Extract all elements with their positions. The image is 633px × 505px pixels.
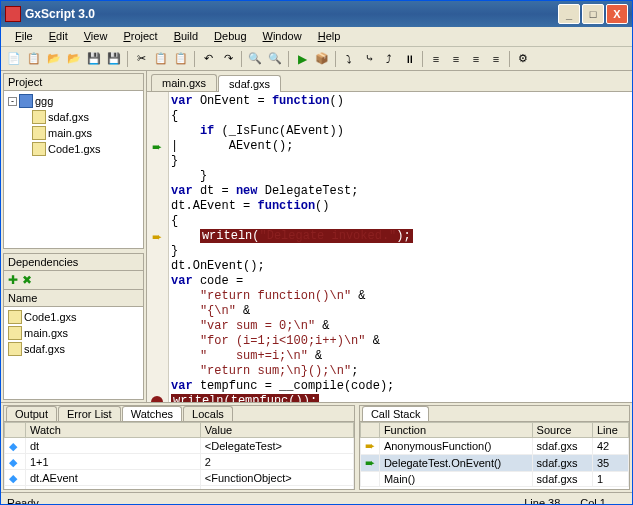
line-hdr: Line [592,423,628,438]
undo-icon[interactable]: ↶ [199,50,217,68]
find-icon[interactable]: 🔍 [246,50,264,68]
save-icon[interactable]: 💾 [85,50,103,68]
file-icon [8,310,22,324]
tree-file[interactable]: main.gxs [6,125,141,141]
cut-icon[interactable]: ✂ [132,50,150,68]
stack-row[interactable]: ➨AnonymousFunction()sdaf.gxs42 [360,438,628,455]
watch-row[interactable]: ◆dt.AEvent<FunctionObject> [5,470,354,486]
func-hdr: Function [379,423,532,438]
dep-list[interactable]: Code1.gxs main.gxs sdaf.gxs [4,307,143,399]
menu-view[interactable]: View [76,29,116,44]
copy-icon[interactable]: 📋 [152,50,170,68]
separator [127,51,128,67]
app-icon [5,6,21,22]
outdent-icon[interactable]: ≡ [447,50,465,68]
menu-edit[interactable]: Edit [41,29,76,44]
close-button[interactable]: X [606,4,628,24]
redo-icon[interactable]: ↷ [219,50,237,68]
step-into-icon[interactable]: ⤷ [360,50,378,68]
new-file-icon[interactable]: 📄 [5,50,23,68]
new-project-icon[interactable]: 📋 [25,50,43,68]
watch-row[interactable]: ◆dt<DelegateTest> [5,438,354,454]
status-line: Line 38 [524,497,560,506]
open2-icon[interactable]: 📂 [65,50,83,68]
status-ready: Ready [7,497,39,506]
watch-hdr: Watch [26,423,201,438]
open-icon[interactable]: 📂 [45,50,63,68]
uncomment-icon[interactable]: ≡ [487,50,505,68]
dep-panel-title: Dependencies [4,254,143,271]
expand-icon[interactable]: - [8,97,17,106]
tab-callstack[interactable]: Call Stack [362,406,430,421]
tab-output[interactable]: Output [6,406,57,421]
paste-icon[interactable]: 📋 [172,50,190,68]
dep-item[interactable]: main.gxs [6,325,141,341]
tree-root[interactable]: - ggg [6,93,141,109]
exec-pointer-icon: ➨ [149,229,165,244]
maximize-button[interactable]: □ [582,4,604,24]
stop-icon[interactable]: ⏸ [400,50,418,68]
add-dep-icon[interactable]: ✚ [8,273,18,287]
step-over-icon[interactable]: ⤵ [340,50,358,68]
menu-window[interactable]: Window [255,29,310,44]
tab-watches[interactable]: Watches [122,406,182,421]
stack-row[interactable]: Main()sdaf.gxs1 [360,472,628,487]
indent-icon[interactable]: ≡ [427,50,445,68]
menubar: File Edit View Project Build Debug Windo… [1,27,632,47]
statusbar: Ready Line 38 Col 1 [1,492,632,505]
step-out-icon[interactable]: ⤴ [380,50,398,68]
menu-build[interactable]: Build [166,29,206,44]
dep-item[interactable]: sdaf.gxs [6,341,141,357]
file-icon [32,126,46,140]
comment-icon[interactable]: ≡ [467,50,485,68]
minimize-button[interactable]: _ [558,4,580,24]
save-all-icon[interactable]: 💾 [105,50,123,68]
separator [288,51,289,67]
watches-panel: Output Error List Watches Locals WatchVa… [3,405,355,490]
project-tree[interactable]: - ggg sdaf.gxs main.gxs Code1.gxs [4,91,143,248]
value-hdr: Value [200,423,353,438]
file-icon [32,142,46,156]
options-icon[interactable]: ⚙ [514,50,532,68]
dep-name-header: Name [4,290,143,307]
watch-row[interactable]: ◆1+12 [5,454,354,470]
separator [509,51,510,67]
menu-debug[interactable]: Debug [206,29,254,44]
tab-locals[interactable]: Locals [183,406,233,421]
tab-sdaf[interactable]: sdaf.gxs [218,75,281,92]
callstack-panel: Call Stack FunctionSourceLine ➨Anonymous… [359,405,630,490]
file-icon [8,326,22,340]
separator [335,51,336,67]
tab-errorlist[interactable]: Error List [58,406,121,421]
tree-file[interactable]: sdaf.gxs [6,109,141,125]
editor-tabs: main.gxs sdaf.gxs [147,71,632,92]
build-icon[interactable]: 📦 [313,50,331,68]
menu-file[interactable]: File [7,29,41,44]
folder-icon [19,94,33,108]
code-editor[interactable]: ➨ ➨ var OnEvent = function() { if (_IsFu… [147,92,632,402]
breakpoint-icon[interactable] [149,394,165,402]
toolbar: 📄 📋 📂 📂 💾 💾 ✂ 📋 📋 ↶ ↷ 🔍 🔍 ▶ 📦 ⤵ ⤷ ⤴ ⏸ ≡ … [1,47,632,71]
frame-icon: ➨ [365,456,375,470]
gutter[interactable]: ➨ ➨ [147,92,169,402]
diamond-icon: ◆ [9,472,21,484]
stack-row[interactable]: ➨DelegateTest.OnEvent()sdaf.gxs35 [360,455,628,472]
dep-toolbar: ✚ ✖ [4,271,143,290]
callstack-grid[interactable]: FunctionSourceLine ➨AnonymousFunction()s… [360,422,629,487]
left-pane: Project - ggg sdaf.gxs main.gxs Code1.gx… [1,71,147,402]
run-icon[interactable]: ▶ [293,50,311,68]
menu-project[interactable]: Project [115,29,165,44]
menu-help[interactable]: Help [310,29,349,44]
tree-file[interactable]: Code1.gxs [6,141,141,157]
del-dep-icon[interactable]: ✖ [22,273,32,287]
dep-item[interactable]: Code1.gxs [6,309,141,325]
current-line-icon: ➨ [149,139,165,154]
watch-add-row[interactable]: <Add New Watch...> [5,486,354,490]
findnext-icon[interactable]: 🔍 [266,50,284,68]
src-hdr: Source [532,423,592,438]
separator [241,51,242,67]
titlebar: GxScript 3.0 _ □ X [1,1,632,27]
watches-grid[interactable]: WatchValue ◆dt<DelegateTest> ◆1+12 ◆dt.A… [4,422,354,490]
window-title: GxScript 3.0 [25,7,556,21]
tab-main[interactable]: main.gxs [151,74,217,91]
